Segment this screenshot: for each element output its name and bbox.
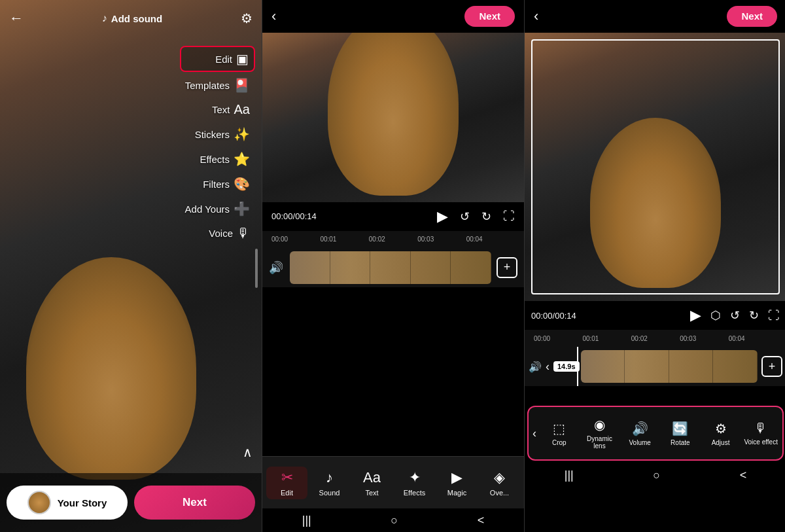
tools-panel: Edit ▣ Templates 🎴 Text Aa Stickers ✨ Ef…	[180, 46, 255, 245]
cat-image-panel3	[590, 118, 721, 288]
controls-row-panel3: 00:00/00:14 ▶ ⬡ ↺ ↻ ⛶	[525, 301, 785, 330]
tick-3: 00:03	[417, 236, 466, 243]
tool-btn-sound[interactable]: ♪ Sound	[309, 467, 350, 499]
play-button-p3[interactable]: ▶	[690, 307, 701, 324]
tool-btn-effects-label: Effects	[404, 489, 425, 497]
undo-icon[interactable]: ↺	[460, 209, 470, 224]
tick3-0: 00:00	[534, 335, 582, 342]
panel2-back-button[interactable]: ‹	[271, 8, 276, 25]
clip-seg-2	[330, 251, 371, 284]
text-icon-toolbar: Aa	[363, 469, 381, 486]
tool-add-yours[interactable]: Add Yours ➕	[180, 197, 255, 221]
panel1-bottom-bar: Your Story Next	[0, 473, 262, 532]
tool-voice-effect[interactable]: 🎙 Voice effect	[741, 418, 781, 448]
tool-btn-text[interactable]: Aa Text	[351, 467, 392, 499]
back-button[interactable]: ←	[9, 10, 24, 27]
tool-btn-edit[interactable]: ✂ Edit	[266, 467, 307, 499]
nav-back-icon-p2[interactable]: <	[478, 514, 485, 527]
tool-effects[interactable]: Effects ⭐	[180, 147, 255, 171]
timeline-panel2: 00:00 00:01 00:02 00:03 00:04	[262, 231, 524, 248]
tool-templates-label: Templates	[185, 80, 230, 91]
music-icon: ♪	[102, 12, 107, 24]
mute-icon-panel3[interactable]: 🔊	[529, 361, 542, 373]
tool-templates[interactable]: Templates 🎴	[180, 73, 255, 97]
tool-crop[interactable]: ⬚ Crop	[539, 418, 580, 449]
trim-icon-p3[interactable]: ⬡	[710, 308, 721, 323]
spacer-panel2	[262, 287, 524, 457]
clip-seg-3	[370, 251, 411, 284]
cat-image-bg	[26, 257, 196, 480]
tick3-4: 00:04	[729, 335, 777, 342]
tool-voice-label: Voice	[209, 228, 233, 239]
panel1-header: ← ♪ Add sound ⚙	[0, 0, 262, 37]
tool-filters[interactable]: Filters 🎨	[180, 172, 255, 196]
tool-adjust[interactable]: ⚙ Adjust	[701, 418, 741, 449]
nav-home-icon-p3[interactable]: ○	[653, 469, 660, 482]
nav-back-icon-p3[interactable]: <	[740, 469, 747, 482]
undo-icon-p3[interactable]: ↺	[730, 308, 740, 323]
tick3-1: 00:01	[582, 335, 631, 342]
story-avatar	[27, 491, 51, 514]
nav-menu-icon-p2[interactable]: |||	[302, 514, 311, 527]
tool-btn-text-label: Text	[365, 489, 378, 497]
panel3-nav-bar: ||| ○ <	[525, 463, 785, 487]
bottom-toolbar-panel3: ‹ ⬚ Crop ◉ Dynamic lens 🔊 Volume 🔄 Rotat…	[527, 406, 784, 461]
tool-btn-effects[interactable]: ✦ Effects	[394, 467, 435, 499]
playback-controls: ▶ ↺ ↻ ⛶	[437, 208, 515, 225]
chevron-up-icon[interactable]: ∧	[243, 444, 253, 460]
clip-seg-5	[451, 251, 491, 284]
tool-rotate[interactable]: 🔄 Rotate	[660, 418, 701, 449]
arrow-left-icon[interactable]: ‹	[530, 427, 539, 440]
panel2-header: ‹ Next	[262, 0, 524, 33]
crop-icon: ⬚	[553, 421, 565, 436]
clip-seg3-4	[713, 350, 758, 383]
panel3-next-label: Next	[741, 10, 763, 22]
panel3-next-button[interactable]: Next	[727, 6, 777, 27]
add-yours-icon: ➕	[234, 201, 250, 217]
dynamic-lens-icon: ◉	[594, 417, 605, 433]
tick-1: 00:01	[320, 236, 368, 243]
panel3-back-button[interactable]: ‹	[534, 8, 538, 25]
tool-btn-edit-label: Edit	[281, 489, 293, 497]
add-clip-button-p3[interactable]: +	[761, 356, 782, 377]
panel3-header: ‹ Next	[525, 0, 785, 33]
tool-text[interactable]: Text Aa	[180, 98, 255, 121]
tool-btn-magic[interactable]: ▶ Magic	[436, 467, 478, 499]
scroll-indicator	[255, 249, 258, 288]
fullscreen-icon[interactable]: ⛶	[503, 209, 515, 223]
fullscreen-icon-p3[interactable]: ⛶	[768, 309, 780, 323]
clip-strip-panel3[interactable]	[581, 350, 758, 383]
tick3-3: 00:03	[680, 335, 728, 342]
tool-stickers[interactable]: Stickers ✨	[180, 122, 255, 146]
tick-4: 00:04	[466, 236, 515, 243]
clip-seg3-2	[625, 350, 669, 383]
rotate-label: Rotate	[671, 439, 689, 446]
tool-dynamic-lens[interactable]: ◉ Dynamic lens	[580, 414, 620, 452]
tool-edit[interactable]: Edit ▣	[180, 46, 255, 72]
time-display-panel3: 00:00/00:14	[531, 311, 576, 321]
panel2-next-button[interactable]: Next	[464, 6, 515, 27]
panel-story-editor: ← ♪ Add sound ⚙ Edit ▣ Templates 🎴 Text …	[0, 0, 262, 532]
clip-strip-panel2[interactable]	[290, 251, 491, 284]
clip-seg3-1	[581, 350, 625, 383]
effects-icon-toolbar: ✦	[409, 469, 421, 486]
dynamic-lens-label: Dynamic lens	[581, 435, 619, 450]
tool-voice[interactable]: Voice 🎙	[180, 222, 255, 245]
edit-scissors-icon: ✂	[281, 469, 293, 486]
tool-volume[interactable]: 🔊 Volume	[619, 418, 660, 449]
redo-icon[interactable]: ↻	[481, 209, 491, 224]
play-button[interactable]: ▶	[437, 208, 448, 225]
tool-btn-overlay[interactable]: ◈ Ove...	[479, 467, 520, 499]
nav-home-icon-p2[interactable]: ○	[391, 514, 398, 527]
nav-menu-icon-p3[interactable]: |||	[565, 469, 574, 482]
next-button-panel1[interactable]: Next	[134, 486, 255, 520]
voice-effect-icon: 🎙	[754, 421, 767, 436]
your-story-button[interactable]: Your Story	[7, 486, 128, 520]
add-clip-button[interactable]: +	[497, 257, 517, 278]
clips-row-panel3: 🔊 ‹ 14.9s +	[525, 347, 785, 386]
settings-icon[interactable]: ⚙	[241, 10, 253, 26]
mute-icon-panel2[interactable]: 🔊	[269, 260, 283, 275]
add-sound-button[interactable]: ♪ Add sound	[102, 12, 162, 24]
redo-icon-p3[interactable]: ↻	[749, 308, 759, 323]
collapse-icon-p3[interactable]: ‹	[546, 360, 550, 374]
